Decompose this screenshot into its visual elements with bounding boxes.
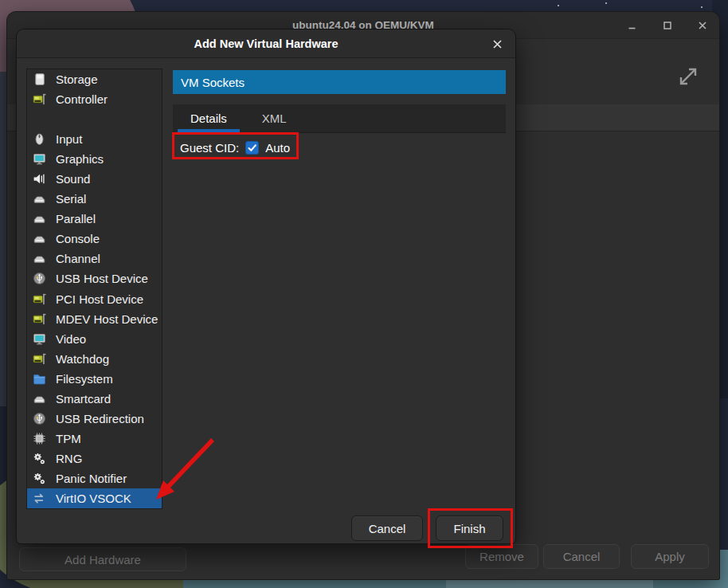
finish-button[interactable]: Finish xyxy=(436,515,503,541)
sidebar-item-usb-host-device[interactable]: USB Host Device xyxy=(27,269,162,288)
auto-checkbox-label: Auto xyxy=(265,141,290,155)
speaker-icon xyxy=(33,172,46,186)
panel-tabbar: Details XML xyxy=(173,104,506,133)
sidebar-item-label: Sound xyxy=(56,172,90,186)
sidebar-item-label: Channel xyxy=(56,252,100,265)
sidebar-item-label: Parallel xyxy=(56,212,96,225)
serial-device-icon xyxy=(33,192,46,206)
monitor-icon xyxy=(33,332,46,346)
sidebar-item-label: Panic Notifier xyxy=(56,472,127,485)
sidebar-item-usb-redirection[interactable]: USB Redirection xyxy=(27,409,162,429)
dialog-cancel-button[interactable]: Cancel xyxy=(351,515,423,541)
sidebar-item-parallel[interactable]: Parallel xyxy=(27,209,162,229)
usb-icon xyxy=(33,412,46,425)
add-hardware-button[interactable]: Add Hardware xyxy=(19,547,186,571)
tab-details[interactable]: Details xyxy=(173,104,245,132)
serial-device-icon xyxy=(33,212,46,225)
dialog-title: Add New Virtual Hardware xyxy=(194,37,338,50)
dialog-titlebar[interactable]: Add New Virtual Hardware xyxy=(17,29,515,58)
close-icon[interactable] xyxy=(697,20,708,31)
sidebar-item-label: MDEV Host Device xyxy=(56,312,158,326)
gear-icon xyxy=(33,472,46,485)
sidebar-item-tpm[interactable]: TPM xyxy=(27,429,162,449)
pci-card-icon xyxy=(33,352,46,366)
vsock-arrows-icon xyxy=(33,492,46,505)
usb-icon xyxy=(33,272,46,285)
sidebar-item-input[interactable]: Input xyxy=(27,129,162,149)
sidebar-item-rng[interactable]: RNG xyxy=(27,449,162,468)
serial-device-icon xyxy=(33,392,46,406)
dialog-close-icon[interactable] xyxy=(488,35,506,53)
apply-button[interactable]: Apply xyxy=(631,544,709,569)
pci-card-icon xyxy=(33,292,46,306)
wallpaper-star xyxy=(558,5,559,6)
details-cancel-button[interactable]: Cancel xyxy=(543,544,620,569)
folder-icon xyxy=(33,372,46,386)
sidebar-item-label: Serial xyxy=(56,192,86,206)
wallpaper-star xyxy=(701,6,703,8)
minimize-icon[interactable] xyxy=(627,20,638,31)
panel-title-label: VM Sockets xyxy=(181,76,245,89)
sidebar-item-label: TPM xyxy=(56,432,81,445)
tab-xml[interactable]: XML xyxy=(245,104,304,132)
maximize-icon[interactable] xyxy=(662,20,673,31)
guest-cid-field: Guest CID: Auto xyxy=(175,136,295,159)
sidebar-spacer xyxy=(27,109,162,129)
sidebar-item-label: USB Host Device xyxy=(56,272,148,285)
sidebar-item-watchdog[interactable]: Watchdog xyxy=(27,349,162,369)
sidebar-item-channel[interactable]: Channel xyxy=(27,249,162,269)
pci-card-icon xyxy=(33,312,46,326)
hardware-type-list: StorageControllerInputGraphicsSoundSeria… xyxy=(26,69,162,509)
sidebar-item-storage[interactable]: Storage xyxy=(27,69,162,89)
sidebar-item-label: PCI Host Device xyxy=(56,292,143,306)
add-hardware-dialog: Add New Virtual Hardware StorageControll… xyxy=(16,29,516,544)
sidebar-item-label: USB Redirection xyxy=(56,412,144,425)
guest-cid-label: Guest CID: xyxy=(180,141,239,155)
sidebar-item-panic-notifier[interactable]: Panic Notifier xyxy=(27,468,162,488)
sidebar-item-pci-host-device[interactable]: PCI Host Device xyxy=(27,289,162,309)
sidebar-item-controller[interactable]: Controller xyxy=(27,89,162,109)
sidebar-item-filesystem[interactable]: Filesystem xyxy=(27,369,162,389)
sidebar-item-label: Graphics xyxy=(56,152,104,166)
chip-icon xyxy=(33,432,46,445)
sidebar-item-virtio-vsock[interactable]: VirtIO VSOCK xyxy=(27,488,162,508)
sidebar-item-graphics[interactable]: Graphics xyxy=(27,149,162,169)
remove-button[interactable]: Remove xyxy=(465,544,538,569)
sidebar-item-smartcard[interactable]: Smartcard xyxy=(27,389,162,409)
sidebar-item-video[interactable]: Video xyxy=(27,329,162,349)
sidebar-item-mdev-host-device[interactable]: MDEV Host Device xyxy=(27,309,162,329)
sidebar-item-label: Filesystem xyxy=(56,372,113,386)
pci-card-icon xyxy=(33,92,46,106)
sidebar-item-label: Storage xyxy=(56,73,98,86)
sidebar-item-label: Smartcard xyxy=(56,392,111,406)
auto-checkbox[interactable] xyxy=(245,141,259,155)
sidebar-item-label: Watchdog xyxy=(56,352,109,366)
disk-icon xyxy=(33,73,46,86)
sidebar-item-label: Video xyxy=(56,332,86,346)
serial-device-icon xyxy=(33,252,46,265)
sidebar-item-label: VirtIO VSOCK xyxy=(56,492,131,505)
serial-device-icon xyxy=(33,232,46,245)
sidebar-item-sound[interactable]: Sound xyxy=(27,169,162,189)
fullscreen-expand-icon[interactable] xyxy=(678,66,699,90)
gear-icon xyxy=(33,452,46,465)
mouse-icon xyxy=(33,132,46,146)
panel-title: VM Sockets xyxy=(173,70,506,94)
sidebar-item-serial[interactable]: Serial xyxy=(27,189,162,209)
wallpaper-star xyxy=(605,2,607,4)
sidebar-item-console[interactable]: Console xyxy=(27,229,162,249)
sidebar-item-label: Console xyxy=(56,232,100,245)
monitor-icon xyxy=(33,152,46,166)
sidebar-item-label: RNG xyxy=(56,452,82,465)
sidebar-item-label: Input xyxy=(56,132,82,146)
sidebar-item-label: Controller xyxy=(56,92,108,106)
